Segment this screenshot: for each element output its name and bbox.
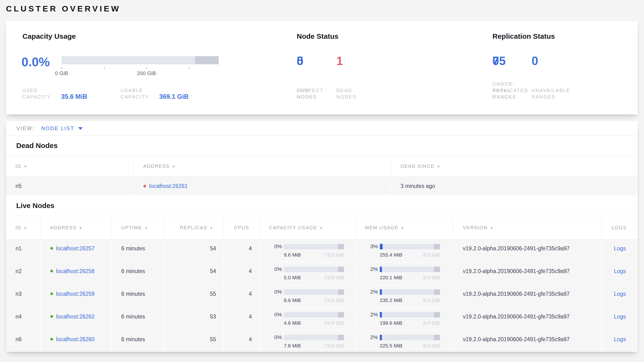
column-header-version[interactable]: VERSION▼ xyxy=(453,216,602,239)
uptime-cell: 6 minutes xyxy=(112,285,164,307)
capacity-usage-top: 0% xyxy=(260,266,355,272)
mem-usage-fill xyxy=(380,244,383,249)
live-status-dot-icon xyxy=(50,315,53,318)
capacity-usage-bar xyxy=(284,244,344,249)
logs-cell: Logs xyxy=(602,262,638,285)
logs-link[interactable]: Logs xyxy=(614,313,626,320)
column-header-label: ID xyxy=(16,163,21,169)
mem-usage-values: 225.5 MiB8.0 GiB xyxy=(380,343,440,349)
capacity-usage-reserved-segment xyxy=(338,289,344,295)
dead-table-header-row: ID▼ADDRESS▼DEAD SINCE▼ xyxy=(6,156,638,177)
column-header-label: UPTIME xyxy=(121,225,142,231)
capacity-total-value: 73.8 GiB xyxy=(324,297,344,303)
uptime-cell: 6 minutes xyxy=(112,308,164,330)
cpus-cell: 4 xyxy=(224,262,260,285)
mem-usage-values: 255.4 MiB8.0 GiB xyxy=(380,252,440,258)
logs-link[interactable]: Logs xyxy=(614,268,626,274)
column-header-label: ADDRESS xyxy=(50,225,76,231)
column-header-dead_since[interactable]: DEAD SINCE▼ xyxy=(391,156,638,176)
capacity-usage-values: 4.6 MiB73.8 GiB xyxy=(284,320,344,326)
sort-desc-icon: ▼ xyxy=(490,226,494,230)
page-title: CLUSTER OVERVIEW xyxy=(6,4,638,13)
column-header-label: CAPACITY USAGE xyxy=(269,225,317,231)
capacity-used-value: 9.6 MiB xyxy=(284,252,301,258)
node-address-link[interactable]: localhost:26258 xyxy=(56,268,94,274)
axis-tick-label: 0 GiB xyxy=(55,70,68,77)
column-header-logs_label: LOGS xyxy=(602,216,638,239)
replicas-cell: 54 xyxy=(164,240,224,262)
suspect-nodes-stat: 0 SUSPECTNODES xyxy=(297,55,324,100)
capacity-usage-top: 0% xyxy=(260,311,355,318)
mem-usage-top: 2% xyxy=(356,289,453,295)
capacity-total-value: 73.8 GiB xyxy=(324,252,344,258)
mem-usage-percent: 2% xyxy=(356,289,378,295)
id-cell: n4 xyxy=(6,308,40,330)
column-header-replicas[interactable]: REPLICAS▼ xyxy=(164,216,224,239)
dead-nodes-heading: Dead Nodes xyxy=(6,136,638,156)
under-replicated-ranges-label: UNDER-REPLICATEDRANGES xyxy=(492,81,528,100)
capacity-usage-values: 5.0 MiB73.8 GiB xyxy=(284,275,344,280)
capacity-bar-reserved-segment xyxy=(195,56,219,64)
column-header-id[interactable]: ID▼ xyxy=(6,216,40,239)
logs-link[interactable]: Logs xyxy=(614,291,626,297)
capacity-usage-reserved-segment xyxy=(338,267,344,272)
node-address-link[interactable]: localhost:26259 xyxy=(56,291,94,297)
capacity-bar-track xyxy=(62,56,219,64)
column-header-label: VERSION xyxy=(463,225,488,231)
mem-usage-percent: 2% xyxy=(356,311,378,318)
live-node-row: n1localhost:262576 minutes5440%9.6 MiB73… xyxy=(6,240,638,262)
mem-used-value: 199.6 MiB xyxy=(380,320,402,326)
column-header-label: CPUS xyxy=(234,225,249,231)
capacity-usage-percent: 0% xyxy=(260,289,282,295)
column-header-uptime[interactable]: UPTIME▼ xyxy=(112,216,164,239)
view-dropdown[interactable]: NODE LIST xyxy=(41,125,82,131)
capacity-used-value: 7.8 MiB xyxy=(284,343,301,349)
node-address-link[interactable]: localhost:26260 xyxy=(56,336,94,343)
cpus-cell: 4 xyxy=(224,308,260,330)
column-header-capacity[interactable]: CAPACITY USAGE▼ xyxy=(260,216,356,239)
mem-total-value: 8.0 GiB xyxy=(423,275,440,280)
node-address-link[interactable]: localhost:26261 xyxy=(149,183,188,189)
capacity-usage-values: 8.6 MiB73.8 GiB xyxy=(284,297,344,303)
capacity-used-value: 5.0 MiB xyxy=(284,275,301,280)
version-cell: v19.2.0-alpha.20190606-2491-gfe735c9a97 xyxy=(453,240,602,262)
used-capacity-stat: USEDCAPACITY 35.6 MiB xyxy=(22,81,87,100)
capacity-stats: USEDCAPACITY 35.6 MiB USABLECAPACITY 369… xyxy=(22,81,260,100)
unavailable-ranges-count: 0 xyxy=(532,55,570,67)
usable-capacity-stat: USABLECAPACITY 369.1 GiB xyxy=(120,81,188,100)
unavailable-ranges-stat: 0 UNAVAILABLERANGES xyxy=(532,55,570,100)
sort-desc-icon: ▼ xyxy=(210,226,214,230)
mem-total-value: 8.0 GiB xyxy=(423,252,440,258)
capacity-usage-section: Capacity Usage 0.0% 0 GiB 200 GiB USEDCA… xyxy=(22,21,260,114)
node-address-link[interactable]: localhost:26262 xyxy=(56,313,94,320)
column-header-mem[interactable]: MEM USAGE▼ xyxy=(356,216,453,239)
node-address-link[interactable]: localhost:26257 xyxy=(56,245,94,252)
column-header-address[interactable]: ADDRESS▼ xyxy=(40,216,112,239)
capacity-usage-reserved-segment xyxy=(338,312,344,317)
capacity-usage-bar xyxy=(284,267,344,272)
column-header-address[interactable]: ADDRESS▼ xyxy=(134,156,391,176)
capacity-usage-bar xyxy=(284,312,344,317)
column-header-label: LOGS xyxy=(612,225,627,231)
suspect-nodes-label: SUSPECTNODES xyxy=(297,81,324,100)
live-node-row: n4localhost:262626 minutes5340%4.6 MiB73… xyxy=(6,308,638,330)
cluster-overview-page: CLUSTER OVERVIEW Capacity Usage 0.0% 0 G… xyxy=(0,0,644,352)
version-cell: v19.2.0-alpha.20190606-2491-gfe735c9a97 xyxy=(453,262,602,285)
sort-desc-icon: ▼ xyxy=(79,226,83,230)
mem-usage-bar xyxy=(380,267,440,272)
logs-link[interactable]: Logs xyxy=(614,245,626,252)
column-header-id[interactable]: ID▼ xyxy=(6,156,134,176)
column-header-label: ID xyxy=(16,225,21,231)
replicas-cell: 53 xyxy=(164,308,224,330)
dead_since-cell: 3 minutes ago xyxy=(391,177,638,195)
mem-usage-values: 235.2 MiB8.0 GiB xyxy=(380,297,440,303)
uptime-cell: 6 minutes xyxy=(112,240,164,262)
cluster-summary-panel: Capacity Usage 0.0% 0 GiB 200 GiB USEDCA… xyxy=(6,21,638,114)
sort-desc-icon: ▼ xyxy=(24,164,28,168)
mem-usage-top: 2% xyxy=(356,334,453,340)
id-cell: n2 xyxy=(6,262,40,285)
column-header-cpus: CPUS xyxy=(224,216,260,239)
version-cell: v19.2.0-alpha.20190606-2491-gfe735c9a97 xyxy=(453,330,602,352)
logs-link[interactable]: Logs xyxy=(614,336,626,342)
replication-status-title: Replication Status xyxy=(492,32,555,40)
